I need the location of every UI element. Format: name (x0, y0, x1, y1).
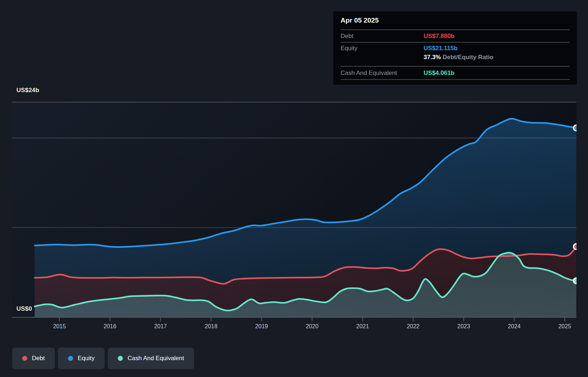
equity-dot-icon (68, 356, 73, 361)
tooltip-ratio: 37.3% Debt/Equity Ratio (424, 54, 493, 61)
debt-equity-history-page: US$24b US$0 2015201620172018201920202021… (0, 0, 588, 377)
chart-legend: Debt Equity Cash And Equivalent (12, 348, 194, 369)
tooltip-cash-value: US$4.061b (424, 70, 454, 77)
tooltip-equity-value: US$21.115b (424, 45, 458, 52)
legend-cash-label: Cash And Equivalent (127, 355, 184, 362)
cash-and-equivalent-end-dot (574, 278, 579, 284)
debt-dot-icon (22, 356, 27, 361)
tooltip-debt-value: US$7.880b (424, 33, 454, 40)
tooltip-debt-label: Debt (341, 33, 353, 40)
tooltip-ratio-row: 37.3% Debt/Equity Ratio (341, 54, 570, 66)
chart-tooltip: Apr 05 2025 Debt US$7.880b Equity US$21.… (333, 11, 577, 85)
tooltip-date: Apr 05 2025 (341, 11, 570, 29)
halftone-texture (12, 102, 577, 317)
legend-item-equity[interactable]: Equity (58, 348, 105, 369)
legend-debt-label: Debt (32, 355, 45, 362)
tooltip-cash-label: Cash And Equivalent (341, 70, 397, 77)
tooltip-cash-row: Cash And Equivalent US$4.061b (341, 66, 570, 79)
legend-item-debt[interactable]: Debt (12, 348, 55, 369)
debt-end-dot (574, 244, 579, 249)
y-axis-zero-label: US$0 (16, 305, 32, 312)
legend-item-cash[interactable]: Cash And Equivalent (108, 348, 194, 369)
tooltip-ratio-value: 37.3% (424, 54, 441, 61)
tooltip-ratio-label: Debt/Equity Ratio (443, 54, 493, 61)
cash-dot-icon (118, 356, 123, 361)
tooltip-bottom-padding (341, 79, 570, 85)
y-axis-max-label: US$24b (16, 87, 39, 94)
equity-end-dot (574, 125, 579, 131)
tooltip-equity-row: Equity US$21.115b (341, 42, 570, 54)
tooltip-equity-label: Equity (341, 45, 357, 52)
tooltip-debt-row: Debt US$7.880b (341, 29, 570, 42)
legend-equity-label: Equity (78, 355, 95, 362)
